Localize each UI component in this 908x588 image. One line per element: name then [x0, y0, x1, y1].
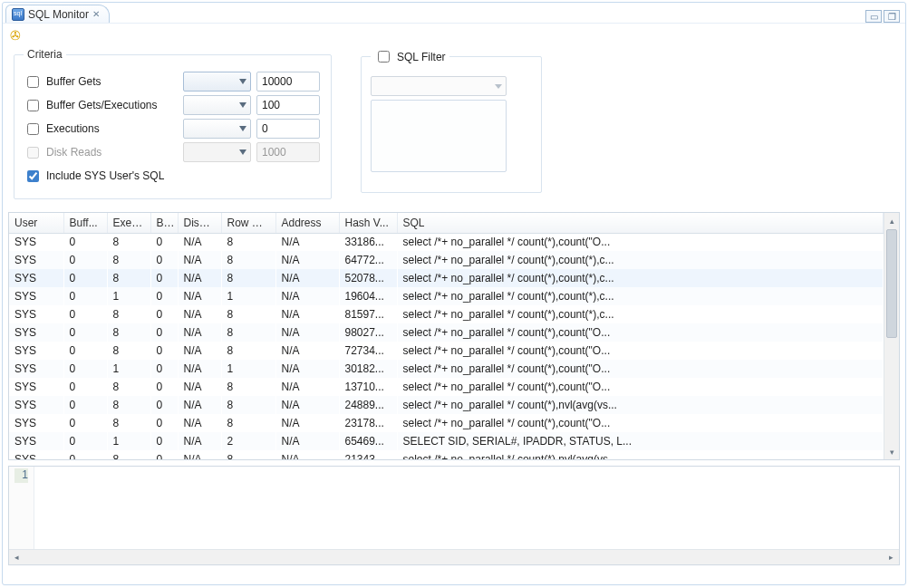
table-row[interactable]: SYS010N/A1N/A19604...select /*+ no_paral… [9, 287, 884, 305]
chevron-down-icon [239, 149, 246, 155]
cell-b: 0 [150, 233, 178, 251]
cell-user: SYS [9, 233, 63, 251]
cell-user: SYS [9, 378, 63, 396]
criteria-3-operator-combo [183, 142, 251, 162]
tab-sql-monitor[interactable]: SQL Monitor ✕ [5, 5, 110, 23]
cell-b: 0 [150, 378, 178, 396]
scroll-left-icon[interactable]: ◂ [9, 553, 24, 562]
cell-sql: select /*+ no_parallel */ count(*),count… [397, 269, 884, 287]
table-row[interactable]: SYS010N/A1N/A30182...select /*+ no_paral… [9, 360, 884, 378]
table-row[interactable]: SYS080N/A8N/A98027...select /*+ no_paral… [9, 323, 884, 342]
criteria-2-label: Executions [46, 122, 100, 135]
column-header-3[interactable]: B... [150, 213, 178, 233]
criteria-1-value-input[interactable] [256, 95, 320, 115]
sql-filter-input[interactable] [378, 51, 390, 63]
cell-b: 0 [150, 287, 178, 305]
cell-addr: N/A [275, 323, 339, 342]
cell-exec: 8 [107, 396, 150, 414]
criteria-0-checkbox[interactable]: Buffer Gets [24, 73, 178, 91]
cell-rows: 8 [221, 305, 275, 323]
cell-disk: N/A [178, 233, 221, 251]
criteria-3-input [27, 147, 39, 159]
table-row[interactable]: SYS080N/A8N/A52078...select /*+ no_paral… [9, 269, 884, 287]
sql-filter-combo[interactable] [371, 76, 507, 96]
table-row[interactable]: SYS080N/A8N/A24889...select /*+ no_paral… [9, 396, 884, 414]
cell-rows: 8 [221, 378, 275, 396]
cell-buff: 0 [63, 269, 107, 287]
criteria-0-value-input[interactable] [256, 72, 320, 92]
table-row[interactable]: SYS080N/A8N/A64772...select /*+ no_paral… [9, 251, 884, 269]
editor-gutter: 1 [9, 467, 34, 549]
cell-disk: N/A [178, 414, 221, 432]
cell-b: 0 [150, 342, 178, 360]
scroll-thumb[interactable] [886, 229, 897, 338]
table-row[interactable]: SYS080N/A8N/A81597...select /*+ no_paral… [9, 305, 884, 323]
cell-rows: 8 [221, 450, 275, 459]
cell-buff: 0 [63, 287, 107, 305]
sql-filter-label: SQL Filter [397, 51, 446, 63]
table-row[interactable]: SYS080N/A8N/A23178...select /*+ no_paral… [9, 414, 884, 432]
criteria-1-label: Buffer Gets/Executions [46, 99, 158, 111]
table-header-row: UserBuff...Exec...B...Disk ...Row Pr...A… [9, 213, 884, 233]
criteria-3-value-input [256, 142, 320, 162]
cell-addr: N/A [275, 342, 339, 360]
horizontal-scrollbar[interactable]: ◂ ▸ [9, 549, 899, 564]
vertical-scrollbar[interactable]: ▴ ▾ [884, 213, 899, 459]
cell-buff: 0 [63, 323, 107, 342]
scroll-up-icon[interactable]: ▴ [884, 213, 899, 228]
scroll-right-icon[interactable]: ▸ [884, 553, 899, 562]
minimize-button[interactable]: ▭ [865, 10, 882, 23]
criteria-1-input[interactable] [27, 100, 39, 111]
cell-b: 0 [150, 450, 178, 459]
cell-rows: 8 [221, 251, 275, 269]
include-sys-input[interactable] [27, 170, 39, 182]
column-header-0[interactable]: User [9, 213, 63, 233]
scroll-down-icon[interactable]: ▾ [884, 444, 899, 459]
criteria-2-checkbox[interactable]: Executions [24, 120, 178, 138]
criteria-1-operator-combo[interactable] [183, 95, 251, 115]
cell-disk: N/A [178, 360, 221, 378]
criteria-2-value-input[interactable] [256, 119, 320, 139]
editor-body[interactable] [34, 467, 899, 549]
criteria-2-operator-combo[interactable] [183, 119, 251, 139]
cell-buff: 0 [63, 233, 107, 251]
criteria-2-input[interactable] [27, 123, 39, 135]
column-header-6[interactable]: Address [275, 213, 339, 233]
include-sys-label: Include SYS User's SQL [46, 169, 164, 182]
cell-b: 0 [150, 251, 178, 269]
column-header-1[interactable]: Buff... [63, 213, 107, 233]
sql-filter-checkbox[interactable]: SQL Filter [374, 48, 446, 65]
table-row[interactable]: SYS080N/A8N/A33186...select /*+ no_paral… [9, 233, 884, 251]
table-row[interactable]: SYS080N/A8N/A21343select /*+ no_parallel… [9, 450, 884, 459]
cell-rows: 8 [221, 342, 275, 360]
include-sys-checkbox[interactable]: Include SYS User's SQL [24, 168, 178, 185]
refresh-icon[interactable]: ✇ [10, 28, 21, 43]
cell-user: SYS [9, 305, 63, 323]
column-header-2[interactable]: Exec... [107, 213, 150, 233]
cell-b: 0 [150, 323, 178, 342]
cell-exec: 8 [107, 342, 150, 360]
table-row[interactable]: SYS080N/A8N/A13710...select /*+ no_paral… [9, 378, 884, 396]
cell-buff: 0 [63, 251, 107, 269]
cell-exec: 1 [107, 360, 150, 378]
close-tab-icon[interactable]: ✕ [92, 9, 100, 19]
table-row[interactable]: SYS080N/A8N/A72734...select /*+ no_paral… [9, 342, 884, 360]
results-table: UserBuff...Exec...B...Disk ...Row Pr...A… [8, 212, 900, 460]
cell-hash: 23178... [339, 414, 397, 432]
cell-buff: 0 [63, 450, 107, 459]
sql-editor: 1 ◂ ▸ [8, 466, 900, 565]
cell-buff: 0 [63, 432, 107, 450]
criteria-1-checkbox[interactable]: Buffer Gets/Executions [24, 97, 178, 114]
column-header-4[interactable]: Disk ... [178, 213, 221, 233]
criteria-0-input[interactable] [27, 76, 39, 88]
column-header-7[interactable]: Hash V... [339, 213, 397, 233]
maximize-button[interactable]: ❐ [884, 10, 900, 23]
table-row[interactable]: SYS010N/A2N/A65469...SELECT SID, SERIAL#… [9, 432, 884, 450]
column-header-8[interactable]: SQL [397, 213, 884, 233]
column-header-5[interactable]: Row Pr... [221, 213, 275, 233]
cell-sql: SELECT SID, SERIAL#, IPADDR, STATUS, L..… [397, 432, 884, 450]
criteria-0-operator-combo[interactable] [183, 72, 251, 92]
cell-addr: N/A [275, 414, 339, 432]
sql-filter-textarea[interactable] [371, 100, 507, 172]
cell-addr: N/A [275, 269, 339, 287]
